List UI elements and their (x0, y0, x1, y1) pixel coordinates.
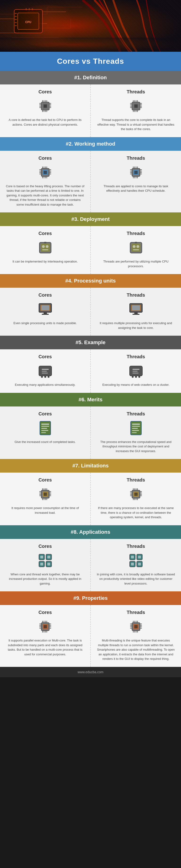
section-header-definition: #1. Definition (0, 71, 181, 85)
svg-rect-81 (130, 172, 132, 173)
col-threads-merits: Threads The process enhances the computa… (91, 406, 181, 459)
svg-rect-116 (132, 314, 139, 315)
svg-rect-207 (50, 625, 51, 626)
col-cores-applications: Cores When core and thread work together… (0, 539, 91, 592)
svg-rect-141 (132, 426, 140, 427)
svg-rect-142 (132, 428, 138, 429)
col-threads-title-definition: Threads (127, 89, 145, 95)
col-cores-example: Cores Executing many applications simult… (0, 349, 91, 393)
svg-rect-137 (41, 430, 48, 431)
section-content-deployment: Cores It can be implemented by interleav… (0, 226, 181, 274)
svg-rect-198 (138, 563, 141, 565)
svg-point-98 (46, 245, 49, 248)
svg-rect-50 (134, 100, 135, 102)
section-processing-units: #4. Processing units Cores Even single p… (0, 274, 181, 336)
svg-point-119 (41, 376, 43, 378)
svg-rect-189 (40, 563, 43, 565)
svg-rect-180 (134, 498, 135, 500)
svg-rect-64 (50, 169, 51, 170)
svg-rect-32 (45, 100, 46, 102)
svg-rect-182 (137, 498, 138, 500)
svg-point-127 (132, 376, 134, 378)
section-title-properties: #9. Properties (5, 595, 176, 601)
svg-rect-188 (47, 556, 50, 558)
svg-rect-71 (46, 166, 47, 168)
svg-rect-152 (50, 491, 51, 492)
col-threads-text-merits: The process enhances the computational s… (96, 440, 175, 454)
svg-rect-162 (45, 498, 46, 500)
svg-rect-114 (132, 305, 140, 310)
svg-rect-89 (136, 166, 136, 168)
col-threads-icon-merits (127, 420, 146, 436)
svg-rect-226 (140, 625, 142, 626)
col-cores-icon-deployment (36, 240, 55, 256)
svg-rect-62 (40, 172, 41, 173)
svg-rect-214 (42, 631, 43, 632)
svg-rect-131 (132, 371, 138, 372)
svg-rect-206 (50, 624, 51, 624)
svg-rect-46 (140, 104, 142, 105)
section-title-deployment: #3. Deployment (5, 216, 176, 222)
col-threads-text-deployment: Threads are performed by utilizing multi… (96, 259, 175, 269)
svg-rect-201 (44, 625, 47, 628)
svg-rect-83 (140, 169, 142, 170)
section-content-applications: Cores When core and thread work together… (0, 539, 181, 592)
svg-rect-235 (136, 631, 136, 632)
svg-point-103 (133, 245, 135, 248)
svg-rect-8 (18, 13, 39, 29)
svg-rect-172 (140, 493, 142, 493)
svg-rect-53 (133, 110, 134, 112)
svg-rect-40 (134, 104, 138, 108)
col-cores-definition: Cores A core is defined as the task fed … (0, 85, 91, 137)
svg-rect-24 (40, 106, 41, 106)
svg-rect-67 (50, 174, 51, 174)
section-content-merits: Cores Give the increased count of comple… (0, 406, 181, 459)
col-cores-text-deployment: It can be implemented by interleaving op… (12, 259, 78, 264)
svg-rect-190 (47, 563, 50, 565)
hero-image: CPU (0, 0, 181, 52)
svg-rect-134 (41, 424, 49, 425)
col-cores-text-definition: A core is defined as the task fed to CPU… (6, 118, 85, 127)
svg-rect-156 (42, 488, 43, 490)
svg-rect-158 (45, 488, 46, 490)
svg-rect-26 (50, 103, 51, 104)
section-header-example: #5. Example (0, 336, 181, 349)
svg-rect-18 (0, 38, 181, 52)
col-threads-icon-processing-units (127, 301, 146, 317)
svg-rect-210 (42, 621, 43, 622)
svg-rect-144 (132, 432, 137, 433)
svg-rect-147 (44, 493, 47, 496)
section-content-example: Cores Executing many applications simult… (0, 349, 181, 393)
col-threads-text-properties: Multi-threading is the unique feature th… (96, 638, 175, 661)
svg-rect-91 (133, 177, 134, 178)
svg-rect-216 (45, 631, 46, 632)
svg-rect-228 (140, 628, 142, 628)
col-threads-properties: Threads Multi-threading is the unique fe… (91, 605, 181, 667)
svg-rect-56 (137, 110, 138, 112)
svg-rect-90 (137, 166, 138, 168)
svg-rect-51 (136, 100, 136, 102)
col-cores-title-example: Cores (38, 354, 52, 360)
section-header-limitations: #7. Limitations (0, 459, 181, 472)
svg-rect-221 (130, 624, 132, 624)
svg-point-120 (44, 376, 46, 378)
svg-rect-170 (130, 495, 132, 496)
section-applications: #8. Applications Cores When core and thr… (0, 525, 181, 592)
svg-rect-65 (50, 171, 51, 172)
svg-rect-115 (134, 312, 138, 314)
svg-rect-78 (134, 171, 138, 174)
col-cores-text-example: Executing many applications simultaneous… (15, 382, 75, 387)
col-cores-merits: Cores Give the increased count of comple… (0, 406, 91, 459)
svg-rect-80 (130, 171, 132, 172)
col-threads-title-working-method: Threads (127, 155, 145, 161)
svg-rect-96 (41, 244, 50, 252)
col-cores-title-applications: Cores (38, 544, 52, 549)
svg-rect-70 (45, 166, 46, 168)
svg-rect-55 (136, 110, 136, 112)
svg-rect-187 (40, 556, 43, 558)
svg-rect-220 (134, 625, 138, 628)
svg-rect-203 (40, 625, 41, 626)
col-cores-title-properties: Cores (38, 610, 52, 615)
col-threads-icon-properties (127, 618, 146, 635)
svg-rect-63 (40, 174, 41, 174)
